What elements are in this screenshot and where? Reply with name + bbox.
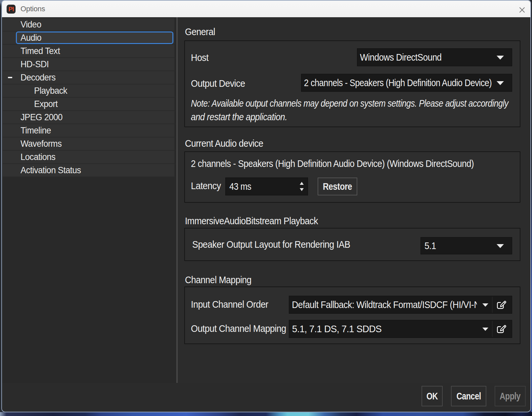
speaker-layout-label: Speaker Output Layout for Rendering IAB (192, 239, 350, 250)
output-device-dropdown[interactable]: 2 channels - Speakers (High Definition A… (301, 74, 512, 92)
sidebar-item-label: Audio (21, 32, 41, 43)
restore-button-label: Restore (323, 181, 352, 192)
sidebar-item-video[interactable]: Video (3, 18, 174, 31)
note-line-1: Note: Available output channels may depe… (191, 97, 508, 110)
speaker-layout-dropdown[interactable]: 5.1 (421, 237, 512, 254)
current-device-description: 2 channels - Speakers (High Definition A… (191, 158, 474, 169)
sidebar-item-label: Timeline (21, 125, 51, 136)
sidebar-item-label: Video (21, 19, 41, 30)
output-channel-mapping-value: 5.1, 7.1 DS, 7.1 SDDS (289, 324, 381, 335)
dropdown-arrow-icon (497, 56, 504, 60)
dropdown-arrow-icon (497, 244, 504, 248)
app-icon-text: Pl (9, 6, 14, 12)
close-button[interactable] (515, 3, 529, 17)
sidebar-item-locations[interactable]: Locations (3, 151, 174, 163)
channel-mapping-section-heading: Channel Mapping (185, 274, 251, 286)
sidebar-item-decoders[interactable]: Decoders (3, 71, 174, 84)
sidebar-item-export[interactable]: Export (3, 98, 174, 110)
sidebar-item-label: Activation Status (21, 165, 81, 176)
sidebar-item-waveforms[interactable]: Waveforms (3, 137, 174, 150)
edit-input-channel-order-button[interactable] (494, 298, 509, 311)
titlebar: Pl Options (2, 1, 530, 17)
sidebar-item-jpeg-2000[interactable]: JPEG 2000 (3, 111, 174, 124)
cancel-button[interactable]: Cancel (451, 386, 486, 406)
input-channel-order-value: Default Fallback: Wildtrack Format/ISDCF… (289, 299, 477, 310)
apply-button[interactable]: Apply (495, 386, 526, 406)
options-category-list: Video Audio Timed Text HD-SDI Decoders P… (2, 17, 178, 383)
sidebar-item-playback[interactable]: Playback (3, 84, 174, 97)
edit-pencil-icon (496, 324, 507, 334)
restore-button[interactable]: Restore (318, 178, 357, 195)
input-channel-order-label: Input Channel Order (191, 299, 268, 310)
sidebar-item-timed-text[interactable]: Timed Text (3, 45, 174, 57)
dialog-buttons: OK Cancel Apply (421, 386, 526, 406)
output-device-dropdown-value: 2 channels - Speakers (High Definition A… (301, 78, 492, 88)
collapse-minus-icon[interactable] (8, 77, 12, 78)
ok-button[interactable]: OK (421, 386, 443, 406)
field-separator (492, 321, 493, 337)
audio-settings-panel: General Host Windows DirectSound Output … (178, 17, 530, 383)
sidebar-item-label: Export (34, 99, 58, 109)
sidebar-item-label: Waveforms (21, 138, 62, 149)
close-icon (519, 7, 525, 13)
latency-label: Latency (191, 180, 221, 191)
sidebar-item-label: JPEG 2000 (21, 112, 63, 123)
sidebar-item-label: Timed Text (21, 46, 60, 56)
cancel-button-label: Cancel (456, 391, 481, 402)
output-channel-mapping-label: Output Channel Mapping (191, 323, 286, 334)
iab-section-heading: ImmersiveAudioBitstream Playback (185, 215, 318, 227)
sidebar-item-timeline[interactable]: Timeline (3, 124, 174, 137)
options-dialog: Pl Options Video Audio Timed Text HD-SDI (1, 0, 531, 412)
desktop-wallpaper-bottom-edge (0, 412, 532, 416)
input-channel-order-dropdown[interactable]: Default Fallback: Wildtrack Format/ISDCF… (289, 296, 512, 314)
window-title: Options (21, 5, 45, 13)
dialog-footer: OK Cancel Apply (2, 383, 530, 412)
output-device-label: Output Device (191, 78, 245, 89)
app-icon: Pl (7, 5, 16, 14)
dropdown-arrow-icon (482, 303, 488, 307)
latency-value: 43 ms (226, 181, 251, 192)
sidebar-item-audio[interactable]: Audio (3, 31, 174, 44)
host-label: Host (191, 52, 208, 63)
sidebar-item-label: Locations (21, 152, 55, 162)
sidebar-item-label: Playback (34, 85, 67, 96)
edit-output-channel-mapping-button[interactable] (494, 322, 509, 336)
note-line-2: and restart the application. (191, 110, 521, 124)
output-channels-note: Note: Available output channels may depe… (191, 97, 531, 124)
output-channel-mapping-dropdown[interactable]: 5.1, 7.1 DS, 7.1 SDDS (289, 320, 512, 338)
spin-down-icon[interactable] (300, 188, 304, 191)
dropdown-arrow-icon (482, 328, 488, 331)
sidebar-item-label: HD-SDI (21, 59, 49, 70)
sidebar-item-hd-sdi[interactable]: HD-SDI (3, 58, 174, 71)
latency-spinbox[interactable]: 43 ms (225, 178, 308, 195)
sidebar-item-activation-status[interactable]: Activation Status (3, 164, 174, 177)
general-section-heading: General (185, 26, 215, 37)
dropdown-arrow-icon (497, 81, 504, 85)
spin-up-icon[interactable] (300, 182, 304, 185)
current-audio-section-heading: Current Audio device (185, 138, 263, 149)
speaker-layout-value: 5.1 (421, 240, 436, 251)
apply-button-label: Apply (500, 391, 521, 402)
host-dropdown[interactable]: Windows DirectSound (357, 48, 512, 66)
ok-button-label: OK (426, 391, 438, 402)
host-dropdown-value: Windows DirectSound (357, 52, 442, 63)
field-separator (492, 297, 493, 313)
dialog-content: Video Audio Timed Text HD-SDI Decoders P… (2, 17, 530, 383)
sidebar-item-label: Decoders (21, 72, 56, 83)
edit-pencil-icon (496, 300, 507, 309)
